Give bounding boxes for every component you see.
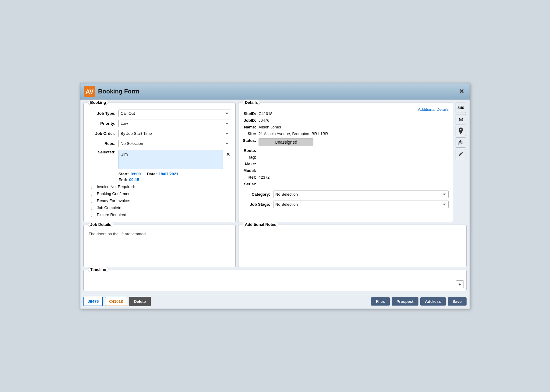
titlebar-left: AV Booking Form [84,86,139,97]
footer: J6476 C41018 Delete Files Prospect Addre… [80,294,470,309]
add-timeline-button[interactable]: + [456,280,464,288]
picture-required-checkbox[interactable] [91,213,95,217]
job-order-select[interactable]: By Job Start Time [118,130,231,137]
booking-panel: Booking Job Type: Call Out Priority: Low [83,103,236,222]
job-id-value: J6476 [259,117,449,123]
name-label: Name: [243,124,256,130]
delete-button[interactable]: Delete [129,297,151,306]
job-details-panel-label: Job Details [88,222,113,227]
end-time-item: End: 09:15 [118,177,139,182]
email-button[interactable]: ✉ [456,114,466,124]
site-id-tag-button[interactable]: C41018 [105,297,127,306]
selected-value: Jim [121,152,128,157]
start-label: Start: [118,172,129,176]
reps-select[interactable]: No Selection [118,140,231,147]
edit-button[interactable] [456,149,466,159]
model-value [259,168,449,173]
details-grid: SiteID: C41018 JobID: J6476 Name: Alison… [243,111,449,187]
ready-for-invoice-label: Ready For Invoice: [97,198,130,203]
sms-button[interactable]: SMS [456,103,466,113]
date-value[interactable]: 18/07/2021 [159,172,178,176]
job-complete-item: Job Complete: [91,205,164,210]
selected-box: Jim [118,150,223,169]
date-label: Date: [147,172,157,176]
model-label: Model: [243,168,256,173]
start-value[interactable]: 09:00 [131,172,141,176]
selected-label: Selected: [88,150,115,154]
invoice-not-required-label: Invoice Not Required: [97,184,135,189]
timeline-row: Timeline + [83,270,467,291]
tools-icon [458,140,464,145]
ready-for-invoice-checkbox[interactable] [91,199,95,203]
ready-for-invoice-item: Ready For Invoice: [91,198,164,203]
invoice-not-required-checkbox[interactable] [91,185,95,189]
site-value: 21 Acacia Avenue, Bromptom BR1 1BR [259,131,449,137]
edit-icon [458,151,464,157]
status-label: Status: [243,138,256,147]
details-panel: Details Additional Details SiteID: C4101… [238,103,453,222]
booking-panel-label: Booking [88,100,108,105]
window-title: Booking Form [98,88,139,95]
booking-confirmed-checkbox[interactable] [91,192,95,196]
additional-details-link[interactable]: Additional Details [418,107,449,112]
right-sidebar: SMS ✉ [456,103,467,222]
tools-button[interactable] [456,137,466,148]
files-button[interactable]: Files [371,297,390,306]
booking-form-window: AV Booking Form ✕ Booking Job Type: Call… [80,83,470,309]
priority-label: Priority: [88,121,115,126]
save-button[interactable]: Save [448,297,467,306]
reps-row: Reps: No Selection [88,140,231,147]
app-logo-icon: AV [84,86,95,97]
details-panel-label: Details [243,100,260,105]
picture-required-label: Picture Required: [97,212,127,217]
address-button[interactable]: Address [420,297,446,306]
job-type-row: Job Type: Call Out [88,110,231,117]
category-row: Category: No Selection [243,191,449,198]
reps-label: Reps: [88,141,115,146]
tag-label: Tag: [243,154,256,160]
job-type-label: Job Type: [88,111,115,116]
job-details-text[interactable]: The doors on the lift are jammed [88,231,231,237]
job-type-select[interactable]: Call Out [118,110,231,117]
job-stage-select[interactable]: No Selection [273,201,449,208]
make-label: Make: [243,161,256,167]
svg-text:AV: AV [86,88,94,95]
additional-notes-text[interactable] [243,231,462,232]
additional-notes-panel: Additional Notes [238,225,467,267]
datetime-row: Start: 09:00 Date: 18/07/2021 [88,172,231,176]
category-label: Category: [243,192,270,197]
location-icon [458,128,464,134]
category-select[interactable]: No Selection [273,191,449,198]
checkboxes-row: Invoice Not Required: Booking Confirmed:… [88,184,231,218]
footer-left: J6476 C41018 Delete [83,297,151,306]
job-id-tag-button[interactable]: J6476 [83,297,103,306]
end-label: End: [118,177,127,182]
job-details-panel: Job Details The doors on the lift are ja… [83,225,236,267]
booking-confirmed-label: Booking Confirmed: [97,191,132,196]
additional-notes-panel-label: Additional Notes [243,222,278,227]
close-button[interactable]: ✕ [457,87,466,96]
invoice-not-required-item: Invoice Not Required: [91,184,164,189]
middle-row: Job Details The doors on the lift are ja… [83,225,467,267]
prospect-button[interactable]: Prospect [392,297,418,306]
selected-row: Selected: Jim ✕ [88,150,231,169]
status-value: Unassigned [259,138,449,147]
end-value[interactable]: 09:15 [129,177,139,182]
top-section: Booking Job Type: Call Out Priority: Low [83,103,467,222]
titlebar: AV Booking Form ✕ [80,83,470,100]
end-time-row: End: 09:15 [88,177,231,182]
make-value [259,161,449,167]
ref-label: Ref: [243,174,256,180]
site-id-label: SiteID: [243,111,256,117]
timeline-panel-label: Timeline [88,267,108,272]
clear-selected-button[interactable]: ✕ [225,150,231,159]
priority-select[interactable]: Low [118,120,231,127]
job-complete-checkbox[interactable] [91,206,95,210]
job-complete-label: Job Complete: [97,205,122,210]
serial-label: Serial: [243,181,256,187]
ref-value: 42372 [259,174,449,180]
priority-row: Priority: Low [88,120,231,127]
job-order-row: Job Order: By Job Start Time [88,130,231,137]
main-content: Booking Job Type: Call Out Priority: Low [80,100,470,294]
location-button[interactable] [456,126,466,136]
